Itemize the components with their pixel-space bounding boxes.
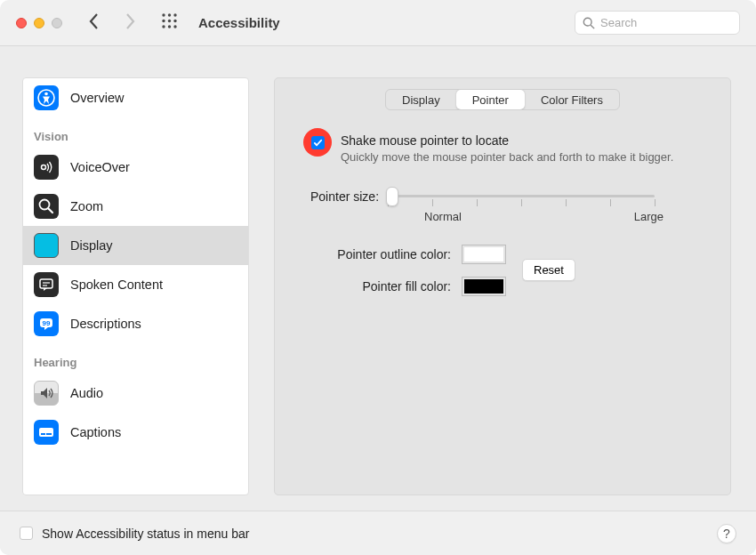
svg-point-12 xyxy=(44,92,48,96)
sidebar-item-zoom[interactable]: Zoom xyxy=(23,187,248,226)
body: Overview Vision VoiceOver Zoom Di xyxy=(0,46,756,555)
sidebar-item-overview[interactable]: Overview xyxy=(23,78,248,117)
slider-range-labels: Normal Large xyxy=(275,210,730,223)
voiceover-icon xyxy=(34,155,59,180)
back-button[interactable] xyxy=(87,12,101,34)
shake-description: Quickly move the mouse pointer back and … xyxy=(341,149,673,165)
sidebar-label: Captions xyxy=(70,425,121,439)
outline-color-label: Pointer outline color: xyxy=(303,247,451,261)
sidebar-label: Descriptions xyxy=(70,317,141,331)
shake-title: Shake mouse pointer to locate xyxy=(341,133,673,148)
svg-rect-23 xyxy=(46,433,52,435)
search-input[interactable] xyxy=(600,16,732,29)
svg-point-3 xyxy=(162,20,165,22)
reset-button[interactable]: Reset xyxy=(522,259,575,281)
sidebar-label: VoiceOver xyxy=(70,160,130,174)
sidebar: Overview Vision VoiceOver Zoom Di xyxy=(22,77,249,495)
sidebar-label: Display xyxy=(70,238,113,253)
sidebar-label: Overview xyxy=(70,91,124,105)
sidebar-label: Spoken Content xyxy=(70,278,163,292)
pointer-size-label: Pointer size: xyxy=(310,189,379,204)
pointer-color-section: Pointer outline color: Reset Pointer fil… xyxy=(275,245,730,296)
toolbar: Accessibility xyxy=(0,0,756,46)
slider-max-label: Large xyxy=(634,210,664,223)
svg-point-7 xyxy=(168,25,171,28)
sidebar-item-captions[interactable]: Captions xyxy=(23,413,248,452)
sidebar-section-vision: Vision xyxy=(23,117,248,148)
highlight-circle xyxy=(303,128,332,157)
slider-min-label: Normal xyxy=(424,210,462,223)
sidebar-label: Audio xyxy=(70,386,103,400)
main-content: Display Pointer Color Filters Shake mous… xyxy=(249,46,756,555)
svg-point-5 xyxy=(173,20,176,22)
display-icon xyxy=(34,233,59,258)
tab-control: Display Pointer Color Filters xyxy=(385,89,620,110)
minimize-button[interactable] xyxy=(34,18,44,28)
svg-rect-16 xyxy=(40,279,52,288)
nav-arrows xyxy=(87,12,137,34)
descriptions-icon: 99 xyxy=(34,311,59,336)
tab-pointer[interactable]: Pointer xyxy=(456,90,525,109)
svg-point-4 xyxy=(168,20,171,22)
tab-display[interactable]: Display xyxy=(386,90,456,109)
svg-point-13 xyxy=(42,165,46,170)
audio-icon xyxy=(34,381,59,406)
search-box[interactable] xyxy=(575,11,740,35)
bottom-bar: Show Accessibility status in menu bar ? xyxy=(0,511,756,555)
svg-point-0 xyxy=(162,13,165,16)
slider-knob[interactable] xyxy=(386,187,398,206)
outline-color-well[interactable] xyxy=(462,245,506,264)
sidebar-item-voiceover[interactable]: VoiceOver xyxy=(23,148,248,187)
sidebar-item-spoken-content[interactable]: Spoken Content xyxy=(23,265,248,304)
svg-rect-22 xyxy=(41,433,45,435)
spoken-content-icon xyxy=(34,272,59,297)
captions-icon xyxy=(34,420,59,445)
tab-color-filters[interactable]: Color Filters xyxy=(525,90,619,109)
settings-panel: Display Pointer Color Filters Shake mous… xyxy=(274,77,731,495)
svg-point-2 xyxy=(173,13,176,16)
sidebar-section-hearing: Hearing xyxy=(23,343,248,374)
svg-line-15 xyxy=(49,209,53,213)
svg-rect-21 xyxy=(39,428,53,437)
svg-point-9 xyxy=(583,18,591,26)
checkmark-icon xyxy=(313,138,323,148)
svg-point-1 xyxy=(168,13,171,16)
svg-point-8 xyxy=(173,25,176,28)
maximize-button xyxy=(52,18,62,28)
shake-checkbox[interactable] xyxy=(311,136,325,149)
window-title: Accessibility xyxy=(198,15,280,30)
fill-color-well[interactable] xyxy=(462,277,506,296)
svg-line-10 xyxy=(591,25,594,28)
pointer-size-row: Pointer size: xyxy=(275,187,730,206)
pointer-size-slider[interactable] xyxy=(388,187,655,206)
svg-point-6 xyxy=(162,25,165,28)
sidebar-item-descriptions[interactable]: 99 Descriptions xyxy=(23,304,248,343)
overview-icon xyxy=(34,85,59,110)
zoom-icon xyxy=(34,194,59,219)
forward-button xyxy=(123,12,137,34)
shake-text: Shake mouse pointer to locate Quickly mo… xyxy=(341,132,673,165)
close-button[interactable] xyxy=(16,18,27,28)
accessibility-window: Accessibility Overview Vision VoiceOv xyxy=(0,0,756,555)
menubar-status-label: Show Accessibility status in menu bar xyxy=(42,527,708,541)
sidebar-item-display[interactable]: Display xyxy=(23,226,248,265)
sidebar-label: Zoom xyxy=(70,199,103,213)
fill-color-label: Pointer fill color: xyxy=(303,279,451,294)
help-button[interactable]: ? xyxy=(717,524,736,543)
svg-text:99: 99 xyxy=(43,319,51,327)
sidebar-item-audio[interactable]: Audio xyxy=(23,374,248,413)
traffic-lights xyxy=(16,18,62,28)
show-all-icon[interactable] xyxy=(162,13,177,32)
search-icon xyxy=(583,17,595,29)
menubar-status-checkbox[interactable] xyxy=(20,527,33,540)
shake-to-locate-row: Shake mouse pointer to locate Quickly mo… xyxy=(275,132,730,165)
